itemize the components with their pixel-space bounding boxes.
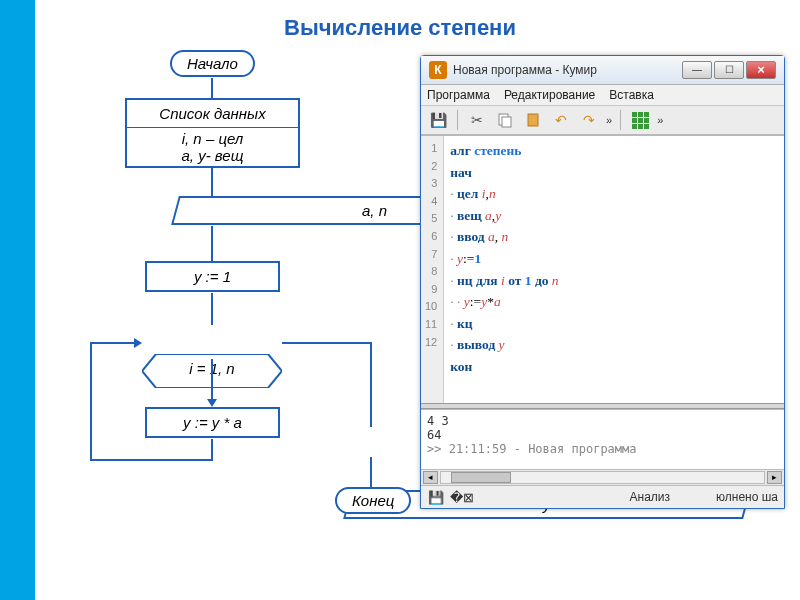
redo-icon[interactable]: ↷ [578, 110, 600, 130]
app-icon: К [429, 61, 447, 79]
toolbar: 💾 ✂ ↶ ↷ » » [421, 106, 784, 135]
flow-types-real: a, y- вещ [135, 147, 290, 164]
flow-types: i, n – цел a, y- вещ [125, 128, 300, 168]
ide-window: К Новая программа - Кумир — ☐ × Программ… [420, 55, 785, 509]
window-title: Новая программа - Кумир [453, 63, 676, 77]
statusbar: 💾 �⊠ Анализ юлнено ша [421, 485, 784, 508]
svg-rect-2 [502, 117, 511, 127]
flow-end: Конец [335, 487, 411, 514]
run-grid-icon[interactable] [629, 110, 651, 130]
minimize-button[interactable]: — [682, 61, 712, 79]
decoration-left-bar [0, 0, 35, 600]
maximize-button[interactable]: ☐ [714, 61, 744, 79]
line-gutter: 123456789101112 [421, 136, 444, 403]
menubar: Программа Редактирование Вставка [421, 85, 784, 106]
console-input: 4 3 [427, 414, 778, 428]
close-button[interactable]: × [746, 61, 776, 79]
toolbar-overflow-1[interactable]: » [606, 114, 612, 126]
console-output: 64 [427, 428, 778, 442]
scroll-right-button[interactable]: ▸ [767, 471, 782, 484]
scroll-left-button[interactable]: ◂ [423, 471, 438, 484]
menu-program[interactable]: Программа [427, 88, 490, 102]
status-exec: юлнено ша [716, 490, 778, 504]
flow-start: Начало [170, 50, 255, 77]
page-title: Вычисление степени [0, 15, 800, 41]
toolbar-overflow-2[interactable]: » [657, 114, 663, 126]
status-analysis[interactable]: Анализ [630, 490, 671, 504]
flowchart: Начало Список данных i, n – цел a, y- ве… [35, 50, 435, 600]
console[interactable]: 4 3 64 >> 21:11:59 - Новая программа [421, 409, 784, 469]
menu-insert[interactable]: Вставка [609, 88, 654, 102]
scroll-thumb[interactable] [451, 472, 511, 483]
h-scrollbar[interactable]: ◂ ▸ [421, 469, 784, 485]
menu-edit[interactable]: Редактирование [504, 88, 595, 102]
code-body[interactable]: алг степень нач · цел i,n · вещ a,y · вв… [444, 136, 564, 403]
titlebar[interactable]: К Новая программа - Кумир — ☐ × [421, 56, 784, 85]
flow-data-label: Список данных [125, 98, 300, 129]
cut-icon[interactable]: ✂ [466, 110, 488, 130]
window-controls: — ☐ × [682, 61, 776, 79]
undo-icon[interactable]: ↶ [550, 110, 572, 130]
status-clear-icon[interactable]: �⊠ [453, 489, 471, 505]
code-editor[interactable]: 123456789101112 алг степень нач · цел i,… [421, 135, 784, 403]
flow-types-int: i, n – цел [135, 130, 290, 147]
svg-rect-3 [528, 114, 538, 126]
scroll-track[interactable] [440, 471, 765, 484]
flow-body: y := y * a [145, 407, 280, 438]
console-log: >> 21:11:59 - Новая программа [427, 442, 778, 456]
copy-icon[interactable] [494, 110, 516, 130]
paste-icon[interactable] [522, 110, 544, 130]
status-save-icon[interactable]: 💾 [427, 489, 445, 505]
flow-init: y := 1 [145, 261, 280, 292]
save-icon[interactable]: 💾 [427, 110, 449, 130]
